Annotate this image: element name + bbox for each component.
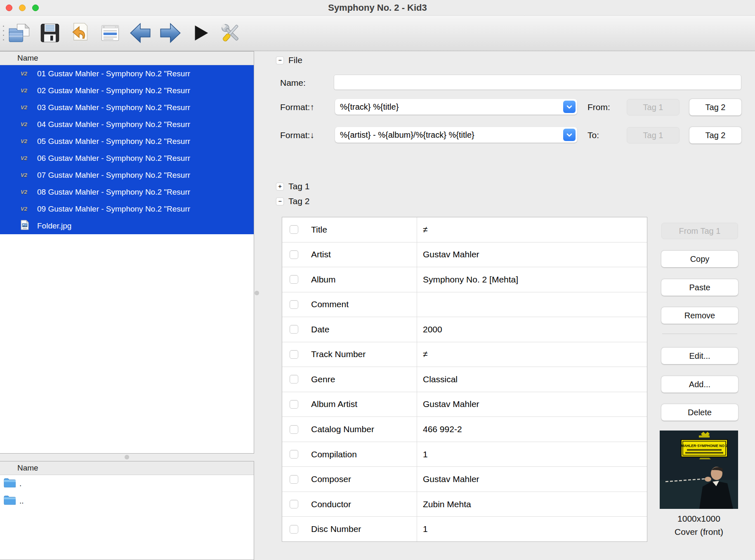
revert-button[interactable] [68, 21, 92, 46]
file-row[interactable]: V2 09 Gustav Mahler - Symphony No.2 "Res… [0, 200, 254, 217]
title-bar: Symphony No. 2 - Kid3 [0, 0, 755, 16]
add-button[interactable]: Add... [661, 376, 738, 393]
field-value[interactable]: Gustav Mahler [417, 392, 647, 417]
tag-field-row: Genre Classical [282, 367, 647, 392]
field-checkbox[interactable] [290, 525, 298, 534]
file-row[interactable]: V2 02 Gustav Mahler - Symphony No.2 "Res… [0, 82, 254, 99]
tag1-section-header[interactable]: + Tag 1 [276, 181, 309, 191]
field-value[interactable] [417, 292, 647, 317]
file-row[interactable]: V2 08 Gustav Mahler - Symphony No.2 "Res… [0, 184, 254, 200]
file-row[interactable]: V2 01 Gustav Mahler - Symphony No.2 "Res… [0, 65, 254, 82]
file-row[interactable]: V2 05 Gustav Mahler - Symphony No.2 "Res… [0, 133, 254, 150]
delete-button[interactable]: Delete [661, 404, 738, 421]
from-tag2-source-button[interactable]: Tag 2 [689, 99, 741, 115]
field-checkbox[interactable] [290, 375, 298, 384]
field-checkbox[interactable] [290, 275, 298, 284]
field-value[interactable]: 1 [417, 442, 647, 467]
field-checkbox[interactable] [290, 250, 298, 259]
field-value[interactable]: 1 [417, 517, 647, 541]
field-value[interactable]: 466 992-2 [417, 417, 647, 442]
previous-file-button[interactable] [128, 21, 153, 46]
directory-row[interactable]: .. [0, 492, 254, 510]
field-value[interactable]: Symphony No. 2 [Mehta] [417, 267, 647, 292]
toolbar-grip[interactable] [3, 26, 4, 40]
file-list-panel: Name V2 01 Gustav Mahler - Symphony No.2… [0, 51, 254, 454]
next-file-button[interactable] [158, 21, 183, 46]
paste-button[interactable]: Paste [661, 279, 738, 296]
settings-icon [219, 21, 242, 46]
playlist-icon [99, 22, 121, 45]
tag-field-row: Album Artist Gustav Mahler [282, 392, 647, 417]
field-value[interactable]: Classical [417, 367, 647, 392]
tag2-section-header[interactable]: − Tag 2 [276, 196, 309, 206]
to-tag2-target-button[interactable]: Tag 2 [689, 127, 741, 144]
file-name-label: 05 Gustav Mahler - Symphony No.2 "Resurr [37, 137, 190, 146]
from-tag1-button: From Tag 1 [661, 223, 738, 239]
expand-icon[interactable]: + [276, 183, 283, 190]
id3v2-tag-icon: V2 [21, 87, 27, 94]
vertical-splitter[interactable] [254, 51, 260, 560]
format-to-filename-value[interactable]: %{artist} - %{album}/%{track} %{title} [335, 130, 563, 140]
format-to-filename-combo[interactable]: %{artist} - %{album}/%{track} %{title} [335, 127, 577, 143]
chevron-down-icon[interactable] [563, 129, 576, 141]
field-value[interactable]: Gustav Mahler [417, 242, 647, 267]
horizontal-splitter-handle[interactable] [125, 455, 129, 459]
file-row[interactable]: V2 04 Gustav Mahler - Symphony No.2 "Res… [0, 116, 254, 133]
remove-button[interactable]: Remove [661, 307, 738, 324]
save-button[interactable] [38, 21, 62, 46]
tag-field-row: Date 2000 [282, 317, 647, 342]
play-button[interactable] [188, 21, 213, 46]
collapse-icon[interactable]: − [276, 57, 283, 64]
file-row[interactable]: V2 03 Gustav Mahler - Symphony No.2 "Res… [0, 99, 254, 116]
tag-field-row: Track Number ≠ [282, 342, 647, 367]
directory-row[interactable]: . [0, 475, 254, 492]
filename-input[interactable] [334, 75, 741, 90]
chevron-down-icon[interactable] [563, 101, 576, 113]
collapse-icon[interactable]: − [276, 198, 283, 205]
file-list-header[interactable]: Name [0, 52, 254, 65]
field-value[interactable]: Zubin Mehta [417, 492, 647, 517]
field-checkbox[interactable] [290, 475, 298, 484]
format-up-label: Format:↑ [280, 102, 314, 112]
copy-button[interactable]: Copy [661, 251, 738, 267]
from-tag1-source-button: Tag 1 [627, 99, 680, 115]
cover-art-image[interactable]: MAHLER·SYMPHONIE NO 2 [660, 431, 738, 509]
field-checkbox[interactable] [290, 400, 298, 409]
field-checkbox[interactable] [290, 500, 298, 508]
id3v2-tag-icon: V2 [21, 138, 27, 144]
open-button[interactable] [7, 21, 32, 46]
folder-icon [4, 495, 16, 507]
file-row[interactable]: Folder.jpg [0, 217, 254, 234]
field-checkbox[interactable] [290, 225, 298, 234]
field-value[interactable]: 2000 [417, 317, 647, 342]
file-name-label: 08 Gustav Mahler - Symphony No.2 "Resurr [37, 188, 190, 197]
field-checkbox[interactable] [290, 325, 298, 334]
field-checkbox[interactable] [290, 425, 298, 434]
save-icon [39, 22, 61, 45]
tag-field-row: Disc Number 1 [282, 517, 647, 541]
directory-list-header[interactable]: Name [0, 461, 254, 475]
file-row[interactable]: V2 06 Gustav Mahler - Symphony No.2 "Res… [0, 150, 254, 167]
playlist-button[interactable] [98, 21, 123, 46]
settings-button[interactable] [218, 21, 243, 46]
directory-list-header-label: Name [17, 464, 38, 473]
file-section-header[interactable]: − File [276, 55, 302, 65]
field-checkbox[interactable] [290, 350, 298, 359]
field-label: Album Artist [311, 399, 357, 409]
field-value[interactable]: ≠ [417, 217, 647, 242]
vertical-splitter-handle[interactable] [255, 291, 259, 295]
edit-button[interactable]: Edit... [661, 348, 738, 364]
field-value[interactable]: ≠ [417, 342, 647, 367]
folder-icon [4, 478, 16, 489]
field-value[interactable]: Gustav Mahler [417, 467, 647, 492]
format-from-filename-combo[interactable]: %{track} %{title} [335, 99, 577, 115]
file-name-label: Folder.jpg [37, 221, 71, 231]
file-name-label: 06 Gustav Mahler - Symphony No.2 "Resurr [37, 154, 190, 163]
file-row[interactable]: V2 07 Gustav Mahler - Symphony No.2 "Res… [0, 167, 254, 184]
field-checkbox[interactable] [290, 450, 298, 459]
tag-field-row: Compilation 1 [282, 442, 647, 467]
field-checkbox[interactable] [290, 300, 298, 309]
cover-banner-text: MAHLER·SYMPHONIE NO 2 [681, 444, 728, 448]
format-from-filename-value[interactable]: %{track} %{title} [335, 102, 563, 112]
field-label: Album [311, 275, 336, 285]
